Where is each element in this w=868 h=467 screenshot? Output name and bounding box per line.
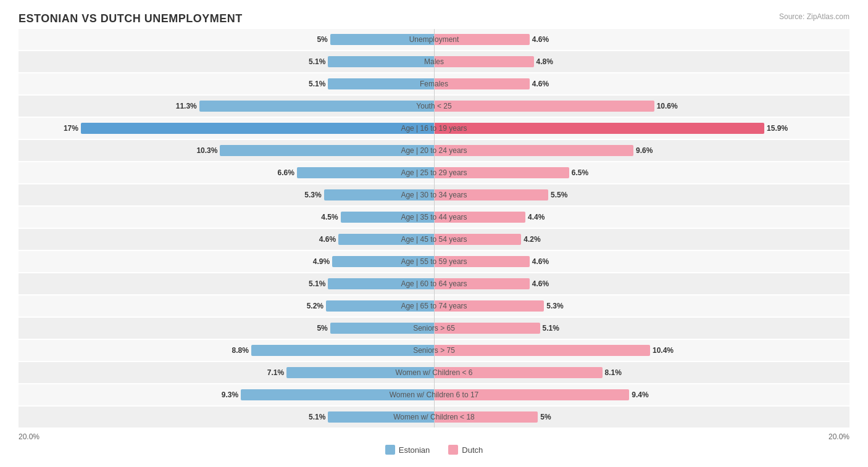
legend-estonian-label: Estonian xyxy=(399,445,430,455)
axis-right-label: 20.0% xyxy=(828,432,849,441)
bar-estonian xyxy=(199,101,434,112)
dutch-value-label: 4.6% xyxy=(532,257,549,266)
dutch-value-label: 4.2% xyxy=(524,235,540,244)
bar-dutch xyxy=(434,101,654,112)
dutch-value-label: 8.1% xyxy=(605,368,622,377)
estonian-value-label: 9.3% xyxy=(222,391,238,399)
dutch-value-label: 5.5% xyxy=(551,191,567,199)
dutch-value-label: 4.6% xyxy=(532,279,549,288)
legend-estonian: Estonian xyxy=(385,445,430,455)
estonian-value-label: 4.9% xyxy=(313,257,330,266)
row-center-label: Seniors > 75 xyxy=(413,346,455,355)
estonian-value-label: 4.6% xyxy=(319,235,336,244)
bar-estonian xyxy=(251,345,434,356)
dutch-value-label: 5.1% xyxy=(543,324,559,333)
row-center-label: Age | 25 to 29 years xyxy=(401,168,467,177)
bottom-axis: 20.0% 20.0% xyxy=(19,429,849,441)
estonian-value-label: 5.1% xyxy=(309,413,325,421)
row-center-label: Males xyxy=(424,57,444,66)
estonian-value-label: 5.1% xyxy=(309,57,325,66)
source-text: Source: ZipAtlas.com xyxy=(779,12,849,21)
estonian-value-label: 4.5% xyxy=(321,213,338,221)
estonian-value-label: 5.1% xyxy=(309,279,325,288)
dutch-value-label: 6.5% xyxy=(572,168,588,177)
bar-dutch xyxy=(434,345,650,356)
bar-dutch xyxy=(434,56,534,67)
estonian-value-label: 5% xyxy=(317,35,327,44)
dutch-value-label: 15.9% xyxy=(767,124,788,133)
row-center-label: Women w/ Children < 18 xyxy=(393,413,475,421)
row-center-label: Age | 16 to 19 years xyxy=(401,124,467,133)
estonian-value-label: 7.1% xyxy=(267,368,284,377)
estonian-value-label: 5.3% xyxy=(304,191,321,199)
row-center-label: Seniors > 65 xyxy=(413,324,455,333)
row-center-label: Age | 30 to 34 years xyxy=(401,191,467,199)
estonian-value-label: 10.3% xyxy=(196,146,217,155)
row-center-label: Women w/ Children < 6 xyxy=(396,368,473,377)
dutch-value-label: 4.6% xyxy=(532,35,549,44)
row-center-label: Youth < 25 xyxy=(416,102,451,110)
row-center-label: Females xyxy=(420,80,448,88)
estonian-value-label: 17% xyxy=(64,124,78,133)
estonian-value-label: 5% xyxy=(317,324,327,333)
row-center-label: Age | 55 to 59 years xyxy=(401,257,467,266)
estonian-value-label: 5.2% xyxy=(307,302,323,310)
dutch-value-label: 9.6% xyxy=(636,146,653,155)
row-center-label: Age | 35 to 44 years xyxy=(401,213,467,221)
row-center-label: Age | 60 to 64 years xyxy=(401,279,467,288)
row-center-label: Women w/ Children 6 to 17 xyxy=(390,391,479,399)
estonian-value-label: 5.1% xyxy=(309,80,325,88)
dutch-value-label: 4.6% xyxy=(532,80,549,88)
dutch-value-label: 4.4% xyxy=(528,213,545,221)
bar-estonian xyxy=(328,78,434,89)
estonian-value-label: 8.8% xyxy=(232,346,249,355)
bar-dutch xyxy=(434,78,530,89)
dutch-value-label: 5% xyxy=(540,413,551,421)
chart-title: ESTONIAN VS DUTCH UNEMPLOYMENT xyxy=(19,12,849,25)
dutch-value-label: 10.6% xyxy=(657,102,678,110)
row-center-label: Age | 20 to 24 years xyxy=(401,146,467,155)
bar-estonian xyxy=(81,123,434,134)
estonian-value-label: 6.6% xyxy=(278,168,294,177)
bars-wrapper: 5%4.6%Unemployment5.1%4.8%Males5.1%4.6%F… xyxy=(19,29,849,428)
legend-dutch: Dutch xyxy=(448,445,483,455)
axis-left-label: 20.0% xyxy=(19,432,40,441)
estonian-value-label: 11.3% xyxy=(176,102,197,110)
chart-container: ESTONIAN VS DUTCH UNEMPLOYMENT Source: Z… xyxy=(0,0,868,467)
legend: Estonian Dutch xyxy=(19,445,849,455)
legend-dutch-label: Dutch xyxy=(462,445,483,455)
row-center-label: Unemployment xyxy=(409,35,459,44)
dutch-value-label: 10.4% xyxy=(653,346,674,355)
dutch-value-label: 5.3% xyxy=(546,302,563,310)
row-center-label: Age | 45 to 54 years xyxy=(401,235,467,244)
legend-dutch-color xyxy=(448,445,458,455)
row-center-label: Age | 65 to 74 years xyxy=(401,302,467,310)
legend-estonian-color xyxy=(385,445,395,455)
dutch-value-label: 4.8% xyxy=(536,57,553,66)
bar-dutch xyxy=(434,123,764,134)
bar-estonian xyxy=(328,56,434,67)
dutch-value-label: 9.4% xyxy=(632,391,648,399)
